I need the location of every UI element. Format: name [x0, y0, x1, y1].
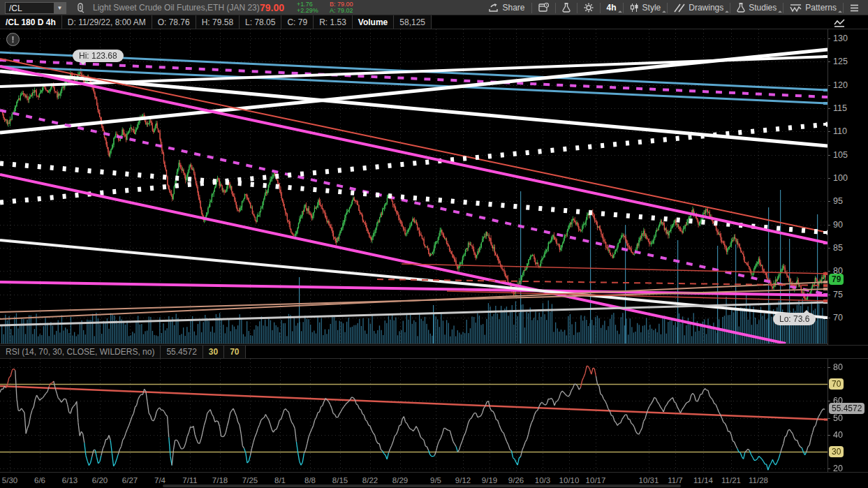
symbol-dropdown-button[interactable]: ▼	[54, 3, 66, 13]
x-axis-label: 8/15	[325, 476, 355, 485]
x-axis-label: 8/1	[265, 476, 295, 485]
bar-high: H: 79.58	[196, 15, 240, 29]
rsi-overbought-badge: 70	[829, 378, 844, 390]
dropdown-caret-icon	[838, 10, 842, 15]
rsi-chart-canvas[interactable]	[0, 359, 827, 472]
rsi-axis-tick	[827, 401, 830, 401]
toolbar-button-menu[interactable]	[844, 0, 865, 15]
chart-symbol-info: /CL 180 D 4h	[0, 15, 62, 29]
dropdown-caret-icon	[725, 10, 729, 15]
rsi-oversold-badge: 30	[829, 446, 844, 457]
axis-divider	[827, 29, 828, 472]
x-axis-label: 6/20	[84, 476, 115, 485]
x-axis-label: 11/7	[660, 476, 691, 485]
top-toolbar: ▼ Light Sweet Crude Oil Futures,ETH (JAN…	[0, 0, 868, 15]
x-axis-label: 11/14	[688, 476, 719, 485]
bar-open: O: 78.76	[152, 15, 196, 29]
rsi-axis-label: 50	[833, 413, 843, 423]
toolbar-button-gear[interactable]	[578, 0, 600, 15]
price-chart-canvas[interactable]	[0, 29, 827, 343]
flask-icon	[737, 3, 745, 13]
x-axis-label: 11/28	[743, 476, 774, 485]
toolbar-button-studies[interactable]: Studies	[730, 0, 783, 15]
toolbar-button-drawings[interactable]: Drawings	[668, 0, 730, 15]
toolbar-button-patterns[interactable]: Patterns	[784, 0, 843, 15]
dropdown-caret-icon	[618, 10, 622, 15]
menu-icon	[850, 4, 859, 12]
x-axis-label: 9/5	[420, 476, 451, 485]
trading-app-window: ▼ Light Sweet Crude Oil Futures,ETH (JAN…	[0, 0, 868, 488]
rsi-oversold-param[interactable]: 30	[203, 346, 224, 358]
x-axis-label: 7/25	[235, 476, 265, 485]
price-axis-label: 70	[833, 313, 843, 323]
price-axis-label: 75	[833, 290, 843, 300]
rsi-axis-tick	[827, 468, 830, 469]
x-axis-label: 7/18	[205, 476, 235, 485]
bar-low: L: 78.05	[240, 15, 281, 29]
candles-icon	[630, 3, 639, 13]
symbol-input[interactable]	[6, 3, 54, 13]
x-axis-label: 10/17	[580, 476, 611, 485]
x-axis-label: 11/21	[716, 476, 746, 485]
link-icon[interactable]	[75, 2, 86, 13]
high-annotation: Hi: 123.68	[73, 50, 124, 62]
toolbar-buttons: Share4hStyleDrawingsStudiesPatterns	[482, 0, 865, 15]
rsi-header: RSI (14, 70, 30, CLOSE, WILDERS, no) 55.…	[0, 345, 868, 359]
last-price: 79.00	[260, 2, 284, 13]
price-axis-label: 110	[833, 126, 847, 136]
price-axis-label: 130	[833, 34, 848, 43]
x-axis-label: 6/27	[115, 476, 145, 485]
toolbar-button-label: 4h	[607, 3, 617, 13]
toolbar-button-label: Patterns	[805, 3, 837, 13]
dropdown-caret-icon	[662, 10, 666, 15]
toolbar-button-calendar[interactable]	[532, 0, 555, 15]
price-axis-label: 115	[833, 103, 847, 113]
horizontal-scrollbar-thumb[interactable]	[163, 485, 681, 487]
toolbar-button-flask[interactable]	[556, 0, 577, 15]
volume-label: Volume	[353, 15, 394, 29]
calendar-icon	[538, 3, 549, 13]
share-icon	[488, 3, 499, 13]
price-axis-label: 125	[833, 57, 848, 66]
volume-value: 58,125	[394, 15, 432, 29]
rsi-value: 55.4572	[161, 346, 203, 358]
symbol-input-box[interactable]: ▼	[5, 2, 66, 14]
low-annotation: Lo: 73.6	[773, 313, 816, 325]
price-axis-label: 100	[833, 173, 848, 183]
x-axis-label: 8/22	[355, 476, 385, 485]
ohlc-status-bar: /CL 180 D 4h D: 11/29/22, 8:00 AM O: 78.…	[0, 15, 868, 29]
toolbar-button-label: Studies	[749, 3, 777, 13]
x-axis-label: 6/6	[24, 476, 55, 485]
bid-ask: B: 79.00A: 79.02	[330, 1, 353, 14]
price-axis-label: 85	[833, 243, 843, 253]
rsi-axis-label: 80	[833, 362, 843, 372]
price-change: +1.76+2.29%	[297, 1, 318, 14]
x-axis-label: 8/29	[385, 476, 415, 485]
bar-close: C: 79	[281, 15, 314, 29]
x-axis-label: 8/8	[295, 476, 325, 485]
slashes-icon	[674, 3, 685, 13]
price-axis-label: 95	[833, 196, 843, 206]
chart-settings-icon[interactable]	[834, 18, 846, 31]
toolbar-button-style[interactable]: Style	[624, 0, 668, 15]
panel-divider	[0, 343, 827, 344]
toolbar-button-label: Drawings	[689, 3, 723, 13]
x-axis-label: 7/4	[145, 476, 175, 485]
toolbar-button-share[interactable]: Share	[482, 0, 531, 15]
rsi-title[interactable]: RSI (14, 70, 30, CLOSE, WILDERS, no)	[0, 346, 161, 358]
price-axis-label: 90	[833, 220, 843, 230]
rsi-overbought-param[interactable]: 70	[224, 346, 245, 358]
rsi-axis-tick	[827, 435, 830, 436]
toolbar-button-label: Style	[642, 3, 661, 13]
rsi-axis-tick	[827, 418, 830, 419]
toolbar-button-timeframe[interactable]: 4h	[601, 0, 623, 15]
gear-icon	[584, 3, 594, 13]
instrument-description: Light Sweet Crude Oil Futures,ETH (JAN 2…	[93, 3, 260, 13]
x-axis-label: 5/30	[0, 476, 25, 485]
price-axis-label: 120	[833, 80, 848, 90]
wave-icon	[790, 3, 802, 13]
alert-icon[interactable]: !	[6, 33, 20, 46]
rsi-axis-label: 40	[833, 430, 843, 440]
bar-datetime: D: 11/29/22, 8:00 AM	[62, 15, 152, 29]
toolbar-button-label: Share	[503, 3, 525, 13]
